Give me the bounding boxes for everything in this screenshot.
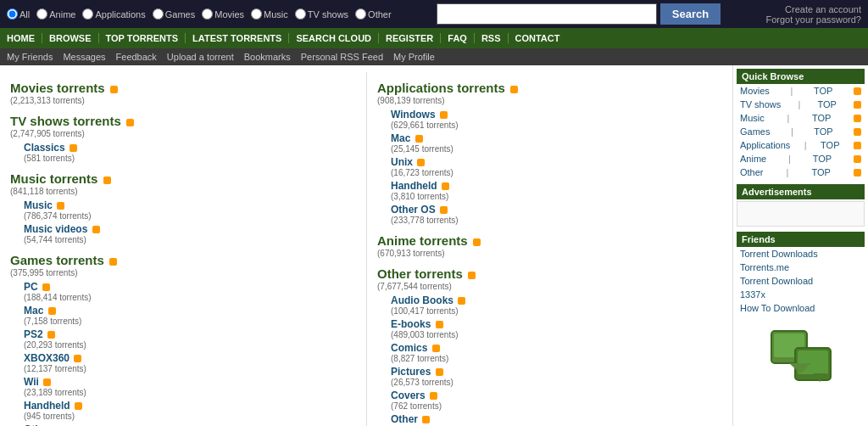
nav-home[interactable]: HOME <box>7 33 42 43</box>
movies-count: (2,213,313 torrents) <box>10 96 356 105</box>
games-ps2-rss-icon[interactable] <box>47 331 55 339</box>
qb-other-rss-icon[interactable] <box>854 169 861 177</box>
games-xbox-rss-icon[interactable] <box>74 355 81 362</box>
qb-movies-rss-icon[interactable] <box>854 87 861 95</box>
nav-latest-torrents[interactable]: LATEST TORRENTS <box>186 33 289 43</box>
other-pictures: Pictures (26,573 torrents) <box>391 366 722 387</box>
top-bar: All Anime Applications Games Movies Musi… <box>0 0 868 28</box>
pictures-rss-icon[interactable] <box>436 368 443 376</box>
subnav-messages[interactable]: Messages <box>63 52 105 62</box>
forgot-password-link[interactable]: Forgot your password? <box>765 14 861 25</box>
games-wii-rss-icon[interactable] <box>43 378 51 386</box>
search-area: Search <box>437 3 721 25</box>
nav-bar: HOME BROWSE TOP TORRENTS LATEST TORRENTS… <box>0 28 868 48</box>
radio-applications[interactable]: Applications <box>82 8 145 20</box>
radio-movies[interactable]: Movies <box>202 8 244 20</box>
applications-title: Applications torrents <box>377 81 722 95</box>
subnav-personal-rss[interactable]: Personal RSS Feed <box>301 52 383 62</box>
nav-rss[interactable]: RSS <box>475 33 509 43</box>
tvshows-rss-icon[interactable] <box>126 119 134 126</box>
games-pc: PC (188,414 torrents) <box>24 281 356 302</box>
windows-rss-icon[interactable] <box>440 111 448 119</box>
games-mac-rss-icon[interactable] <box>48 307 56 315</box>
other-sub-rss-icon[interactable] <box>422 416 430 423</box>
sidebar: Quick Browse Movies | TOP TV shows | TOP… <box>732 65 868 426</box>
applications-rss-icon[interactable] <box>510 86 518 93</box>
apps-handheld-rss-icon[interactable] <box>442 182 449 190</box>
games-rss-icon[interactable] <box>109 258 117 266</box>
covers-rss-icon[interactable] <box>430 392 437 400</box>
music-rss-icon[interactable] <box>103 177 111 184</box>
other-audiobooks: Audio Books (100,417 torrents) <box>391 294 722 316</box>
search-button[interactable]: Search <box>660 3 721 25</box>
qb-tvshows-rss-icon[interactable] <box>854 101 861 109</box>
right-column: Applications torrents (908,139 torrents)… <box>366 72 722 426</box>
otheros-rss-icon[interactable] <box>440 206 448 214</box>
games-ps2: PS2 (20,293 torrents) <box>24 328 356 350</box>
audiobooks-rss-icon[interactable] <box>458 297 465 305</box>
qb-applications-rss-icon[interactable] <box>854 142 861 149</box>
content-area: Movies torrents (2,213,313 torrents) TV … <box>0 65 732 426</box>
qb-games-rss-icon[interactable] <box>854 128 861 136</box>
nav-search-cloud[interactable]: SEARCH CLOUD <box>289 33 379 43</box>
nav-browse[interactable]: BROWSE <box>42 33 99 43</box>
qb-other: Other | TOP <box>737 165 865 179</box>
category-tvshows: TV shows torrents (2,747,905 torrents) C… <box>10 114 356 163</box>
ebooks-rss-icon[interactable] <box>436 321 443 328</box>
apps-mac-rss-icon[interactable] <box>415 135 423 143</box>
category-games: Games torrents (375,995 torrents) PC (18… <box>10 253 356 426</box>
music-count: (841,118 torrents) <box>10 187 356 196</box>
unix-rss-icon[interactable] <box>417 159 425 166</box>
qb-music: Music | TOP <box>737 111 865 125</box>
classics-rss-icon[interactable] <box>70 144 77 152</box>
qb-games: Games | TOP <box>737 125 865 138</box>
apps-otheros: Other OS (233,778 torrents) <box>391 204 722 225</box>
radio-games[interactable]: Games <box>153 8 195 20</box>
games-pc-rss-icon[interactable] <box>42 283 50 291</box>
qb-music-rss-icon[interactable] <box>854 115 861 122</box>
friend-1337x: 1337x <box>737 288 865 301</box>
apps-handheld: Handheld (3,810 torrents) <box>391 180 722 201</box>
radio-other[interactable]: Other <box>355 8 392 20</box>
apps-windows: Windows (629,661 torrents) <box>391 109 722 130</box>
other-title: Other torrents <box>377 266 722 281</box>
search-input[interactable] <box>437 3 657 25</box>
games-handheld-rss-icon[interactable] <box>75 402 82 410</box>
friend-torrents-me: Torrents.me <box>737 261 865 274</box>
subnav-my-friends[interactable]: My Friends <box>7 52 53 62</box>
create-account-link[interactable]: Create an account <box>765 4 861 14</box>
anime-rss-icon[interactable] <box>473 238 481 246</box>
qb-tvshows: TV shows | TOP <box>737 98 865 111</box>
subnav-upload[interactable]: Upload a torrent <box>167 52 234 62</box>
games-title: Games torrents <box>10 253 356 267</box>
other-rss-icon[interactable] <box>468 272 476 279</box>
nav-top-torrents[interactable]: TOP TORRENTS <box>99 33 186 43</box>
subnav-bookmarks[interactable]: Bookmarks <box>244 52 291 62</box>
games-wii: Wii (23,189 torrents) <box>24 376 356 397</box>
category-anime: Anime torrents (670,913 torrents) <box>377 233 722 258</box>
advertisements-section: Advertisements <box>737 184 865 227</box>
tvshows-classics: Classics (581 torrents) <box>24 142 356 163</box>
quick-browse-section: Quick Browse Movies | TOP TV shows | TOP… <box>737 69 865 179</box>
radio-all[interactable]: All <box>7 8 30 20</box>
subnav-my-profile[interactable]: My Profile <box>393 52 435 62</box>
qb-anime-rss-icon[interactable] <box>854 155 861 163</box>
movies-rss-icon[interactable] <box>110 86 118 93</box>
radio-group: All Anime Applications Games Movies Musi… <box>7 8 392 20</box>
friend-how-to-download: How To Download <box>737 301 865 315</box>
friend-torrent-downloads: Torrent Downloads <box>737 247 865 261</box>
nav-register[interactable]: REGISTER <box>379 33 441 43</box>
nav-contact[interactable]: CONTACT <box>509 33 567 43</box>
games-xbox360: XBOX360 (12,137 torrents) <box>24 352 356 373</box>
radio-anime[interactable]: Anime <box>36 8 75 20</box>
qb-movies: Movies | TOP <box>737 84 865 98</box>
radio-music[interactable]: Music <box>251 8 288 20</box>
musicvideos-rss-icon[interactable] <box>92 226 100 233</box>
comics-rss-icon[interactable] <box>432 345 440 352</box>
radio-tvshows[interactable]: TV shows <box>295 8 348 20</box>
sub-nav: My Friends Messages Feedback Upload a to… <box>0 48 868 65</box>
nav-faq[interactable]: FAQ <box>441 33 475 43</box>
subnav-feedback[interactable]: Feedback <box>116 52 157 62</box>
friends-icon <box>767 327 835 386</box>
music-sub-rss-icon[interactable] <box>57 202 64 210</box>
